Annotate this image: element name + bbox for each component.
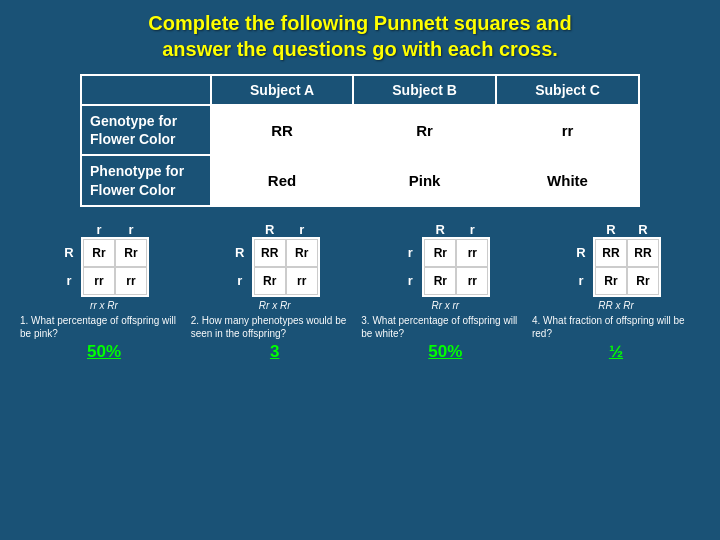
punnett-equation-1: rr x Rr xyxy=(90,300,118,311)
punnett-cell: rr xyxy=(286,267,318,295)
punnett-cell: rr xyxy=(456,267,488,295)
punnett-grid-2: RR Rr Rr rr xyxy=(252,237,320,297)
punnett-cell: rr xyxy=(83,267,115,295)
punnett-cell: Rr xyxy=(424,239,456,267)
page-container: Complete the following Punnett squares a… xyxy=(0,0,720,540)
cell-phenotype-a: Red xyxy=(211,155,353,205)
side-allele-4-1: R xyxy=(571,239,591,267)
punnett-equation-4: RR x Rr xyxy=(598,300,634,311)
punnett-cell: Rr xyxy=(254,267,286,295)
punnett-squares-section: r r R r Rr Rr rr rr xyxy=(15,222,705,362)
punnett-grid-4: RR RR Rr Rr xyxy=(593,237,661,297)
punnett-cell: rr xyxy=(115,267,147,295)
punnett-cell: rr xyxy=(456,239,488,267)
punnett-answer-1: 50% xyxy=(87,342,121,362)
punnett-question-2: 2. How many phenotypes would be seen in … xyxy=(191,314,359,340)
punnett-equation-3: Rr x rr xyxy=(431,300,459,311)
col-header-subject-a: Subject A xyxy=(211,75,353,105)
top-allele-2-1: R xyxy=(254,222,286,237)
punnett-grid-3: Rr rr Rr rr xyxy=(422,237,490,297)
side-allele-2-1: R xyxy=(230,239,250,267)
punnett-cell: Rr xyxy=(115,239,147,267)
cell-phenotype-b: Pink xyxy=(353,155,496,205)
side-allele-2-2: r xyxy=(230,267,250,295)
cell-phenotype-c: White xyxy=(496,155,639,205)
cell-genotype-b: Rr xyxy=(353,105,496,155)
punnett-equation-2: Rr x Rr xyxy=(259,300,291,311)
punnett-block-3: R r r r Rr rr Rr rr xyxy=(361,222,529,362)
punnett-answer-4: ½ xyxy=(609,342,623,362)
side-allele-4-2: r xyxy=(571,267,591,295)
side-allele-1-2: r xyxy=(59,267,79,295)
row-label-phenotype: Phenotype forFlower Color xyxy=(81,155,211,205)
punnett-cell: Rr xyxy=(595,267,627,295)
punnett-cell: Rr xyxy=(424,267,456,295)
punnett-answer-3: 50% xyxy=(428,342,462,362)
punnett-block-1: r r R r Rr Rr rr rr xyxy=(20,222,188,362)
side-allele-1-1: R xyxy=(59,239,79,267)
top-allele-1-1: r xyxy=(83,222,115,237)
cell-genotype-a: RR xyxy=(211,105,353,155)
punnett-block-4: R R R r RR RR Rr Rr xyxy=(532,222,700,362)
punnett-block-2: R r R r RR Rr Rr rr xyxy=(191,222,359,362)
punnett-cell: Rr xyxy=(286,239,318,267)
top-allele-4-2: R xyxy=(627,222,659,237)
punnett-grid-1: Rr Rr rr rr xyxy=(81,237,149,297)
table-row: Phenotype forFlower Color Red Pink White xyxy=(81,155,639,205)
punnett-question-4: 4. What fraction of offspring will be re… xyxy=(532,314,700,340)
table-row: Genotype forFlower Color RR Rr rr xyxy=(81,105,639,155)
cell-genotype-c: rr xyxy=(496,105,639,155)
punnett-question-3: 3. What percentage of offspring will be … xyxy=(361,314,529,340)
side-allele-3-1: r xyxy=(400,239,420,267)
punnett-cell: Rr xyxy=(627,267,659,295)
row-label-genotype: Genotype forFlower Color xyxy=(81,105,211,155)
top-allele-1-2: r xyxy=(115,222,147,237)
top-allele-3-1: R xyxy=(424,222,456,237)
main-table: Subject A Subject B Subject C Genotype f… xyxy=(80,74,640,207)
punnett-cell: RR xyxy=(627,239,659,267)
side-allele-3-2: r xyxy=(400,267,420,295)
col-header-empty xyxy=(81,75,211,105)
punnett-cell: RR xyxy=(595,239,627,267)
col-header-subject-c: Subject C xyxy=(496,75,639,105)
page-title: Complete the following Punnett squares a… xyxy=(15,10,705,62)
top-allele-4-1: R xyxy=(595,222,627,237)
top-allele-2-2: r xyxy=(286,222,318,237)
punnett-cell: RR xyxy=(254,239,286,267)
punnett-question-1: 1. What percentage of offspring will be … xyxy=(20,314,188,340)
col-header-subject-b: Subject B xyxy=(353,75,496,105)
top-allele-3-2: r xyxy=(456,222,488,237)
punnett-answer-2: 3 xyxy=(270,342,279,362)
punnett-cell: Rr xyxy=(83,239,115,267)
